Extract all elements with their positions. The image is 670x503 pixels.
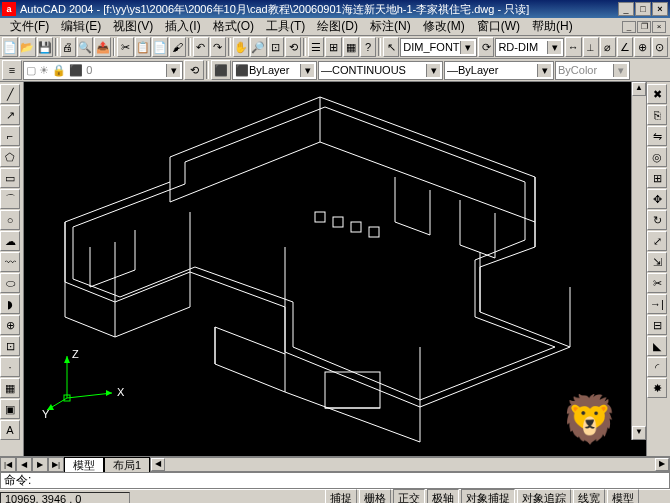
dimstyle2-dropdown[interactable]: RD-DIM▾ bbox=[495, 38, 564, 57]
dim-leader-icon[interactable]: ↖ bbox=[383, 37, 399, 57]
new-icon[interactable]: 📄 bbox=[2, 37, 18, 57]
trim-icon[interactable]: ✂ bbox=[647, 273, 667, 293]
menu-modify[interactable]: 修改(M) bbox=[417, 17, 471, 36]
dim-c-icon[interactable]: ⌀ bbox=[600, 37, 616, 57]
menu-format[interactable]: 格式(O) bbox=[207, 17, 260, 36]
mdi-minimize[interactable]: _ bbox=[622, 21, 636, 33]
command-line[interactable]: 命令: bbox=[0, 472, 670, 489]
menu-window[interactable]: 窗口(W) bbox=[471, 17, 526, 36]
revcloud-icon[interactable]: ☁ bbox=[0, 231, 20, 251]
preview-icon[interactable]: 🔍 bbox=[77, 37, 93, 57]
explode-icon[interactable]: ✸ bbox=[647, 378, 667, 398]
zoom-win-icon[interactable]: ⊡ bbox=[268, 37, 284, 57]
insert-block-icon[interactable]: ⊕ bbox=[0, 315, 20, 335]
modelspace-toggle[interactable]: 模型 bbox=[607, 489, 639, 503]
ellipse-arc-icon[interactable]: ◗ bbox=[0, 294, 20, 314]
menu-tools[interactable]: 工具(T) bbox=[260, 17, 311, 36]
designcenter-icon[interactable]: ⊞ bbox=[325, 37, 341, 57]
tab-last-icon[interactable]: ▶| bbox=[48, 457, 64, 472]
vertical-scrollbar[interactable]: ▲ ▼ bbox=[631, 82, 646, 440]
tab-prev-icon[interactable]: ◀ bbox=[16, 457, 32, 472]
array-icon[interactable]: ⊞ bbox=[647, 168, 667, 188]
tab-first-icon[interactable]: |◀ bbox=[0, 457, 16, 472]
drawing-canvas[interactable]: X Y Z 🦁 ▲ ▼ bbox=[24, 82, 646, 456]
toolpalette-icon[interactable]: ▦ bbox=[343, 37, 359, 57]
osnap-toggle[interactable]: 对象捕捉 bbox=[461, 489, 515, 503]
menu-help[interactable]: 帮助(H) bbox=[526, 17, 579, 36]
dim-d-icon[interactable]: ∠ bbox=[617, 37, 633, 57]
cut-icon[interactable]: ✂ bbox=[117, 37, 133, 57]
zoom-prev-icon[interactable]: ⟲ bbox=[285, 37, 301, 57]
pan-icon[interactable]: ✋ bbox=[233, 37, 249, 57]
menu-insert[interactable]: 插入(I) bbox=[159, 17, 206, 36]
break-icon[interactable]: ⊟ bbox=[647, 315, 667, 335]
chamfer-icon[interactable]: ◣ bbox=[647, 336, 667, 356]
pline-icon[interactable]: ⌐ bbox=[0, 126, 20, 146]
color-dropdown[interactable]: ⬛ ByLayer▾ bbox=[232, 61, 317, 80]
move-icon[interactable]: ✥ bbox=[647, 189, 667, 209]
match-icon[interactable]: 🖌 bbox=[169, 37, 185, 57]
plotstyle-dropdown[interactable]: ByColor▾ bbox=[555, 61, 630, 80]
ortho-toggle[interactable]: 正交 bbox=[393, 489, 425, 503]
scroll-left-icon[interactable]: ◀ bbox=[151, 458, 165, 471]
undo-icon[interactable]: ↶ bbox=[193, 37, 209, 57]
dimstyle-dropdown[interactable]: DIM_FONT▾ bbox=[400, 38, 477, 57]
menu-edit[interactable]: 编辑(E) bbox=[55, 17, 107, 36]
copy-icon[interactable]: 📋 bbox=[135, 37, 151, 57]
spline-icon[interactable]: 〰 bbox=[0, 252, 20, 272]
erase-icon[interactable]: ✖ bbox=[647, 84, 667, 104]
redo-icon[interactable]: ↷ bbox=[210, 37, 226, 57]
polygon-icon[interactable]: ⬠ bbox=[0, 147, 20, 167]
menu-file[interactable]: 文件(F) bbox=[4, 17, 55, 36]
dim-a-icon[interactable]: ↔ bbox=[565, 37, 581, 57]
copy-obj-icon[interactable]: ⎘ bbox=[647, 105, 667, 125]
tab-model[interactable]: 模型 bbox=[64, 457, 104, 472]
minimize-button[interactable]: _ bbox=[618, 2, 634, 16]
offset-icon[interactable]: ◎ bbox=[647, 147, 667, 167]
tab-layout1[interactable]: 布局1 bbox=[104, 457, 150, 472]
scroll-up-icon[interactable]: ▲ bbox=[632, 82, 646, 96]
make-block-icon[interactable]: ⊡ bbox=[0, 336, 20, 356]
save-icon[interactable]: 💾 bbox=[37, 37, 53, 57]
help-icon[interactable]: ? bbox=[360, 37, 376, 57]
tab-next-icon[interactable]: ▶ bbox=[32, 457, 48, 472]
scroll-right-icon[interactable]: ▶ bbox=[655, 458, 669, 471]
rectangle-icon[interactable]: ▭ bbox=[0, 168, 20, 188]
paste-icon[interactable]: 📄 bbox=[152, 37, 168, 57]
dim-e-icon[interactable]: ⊕ bbox=[634, 37, 650, 57]
horizontal-scrollbar[interactable]: ◀ ▶ bbox=[150, 457, 670, 472]
color-swatch-icon[interactable]: ⬛ bbox=[211, 60, 231, 80]
xline-icon[interactable]: ↗ bbox=[0, 105, 20, 125]
lineweight-dropdown[interactable]: — ByLayer▾ bbox=[444, 61, 554, 80]
scale-icon[interactable]: ⤢ bbox=[647, 231, 667, 251]
grid-toggle[interactable]: 栅格 bbox=[359, 489, 391, 503]
layer-dropdown[interactable]: ▢ ☀ 🔒 ⬛ 0▾ bbox=[23, 61, 183, 80]
mdi-restore[interactable]: ❐ bbox=[637, 21, 651, 33]
point-icon[interactable]: · bbox=[0, 357, 20, 377]
publish-icon[interactable]: 📤 bbox=[94, 37, 110, 57]
mdi-close[interactable]: × bbox=[652, 21, 666, 33]
dim-f-icon[interactable]: ⊙ bbox=[652, 37, 668, 57]
region-icon[interactable]: ▣ bbox=[0, 399, 20, 419]
stretch-icon[interactable]: ⇲ bbox=[647, 252, 667, 272]
lwt-toggle[interactable]: 线宽 bbox=[573, 489, 605, 503]
dim-b-icon[interactable]: ⟂ bbox=[583, 37, 599, 57]
menu-dim[interactable]: 标注(N) bbox=[364, 17, 417, 36]
open-icon[interactable]: 📂 bbox=[19, 37, 35, 57]
line-icon[interactable]: ╱ bbox=[0, 84, 20, 104]
properties-icon[interactable]: ☰ bbox=[308, 37, 324, 57]
zoom-rt-icon[interactable]: 🔎 bbox=[250, 37, 266, 57]
circle-icon[interactable]: ○ bbox=[0, 210, 20, 230]
print-icon[interactable]: 🖨 bbox=[60, 37, 76, 57]
ellipse-icon[interactable]: ⬭ bbox=[0, 273, 20, 293]
linetype-dropdown[interactable]: — CONTINUOUS▾ bbox=[318, 61, 443, 80]
extend-icon[interactable]: →| bbox=[647, 294, 667, 314]
hatch-icon[interactable]: ▦ bbox=[0, 378, 20, 398]
close-button[interactable]: × bbox=[652, 2, 668, 16]
menu-view[interactable]: 视图(V) bbox=[107, 17, 159, 36]
layer-manager-icon[interactable]: ≡ bbox=[2, 60, 22, 80]
scroll-down-icon[interactable]: ▼ bbox=[632, 426, 646, 440]
snap-toggle[interactable]: 捕捉 bbox=[325, 489, 357, 503]
maximize-button[interactable]: □ bbox=[635, 2, 651, 16]
rotate-icon[interactable]: ↻ bbox=[647, 210, 667, 230]
